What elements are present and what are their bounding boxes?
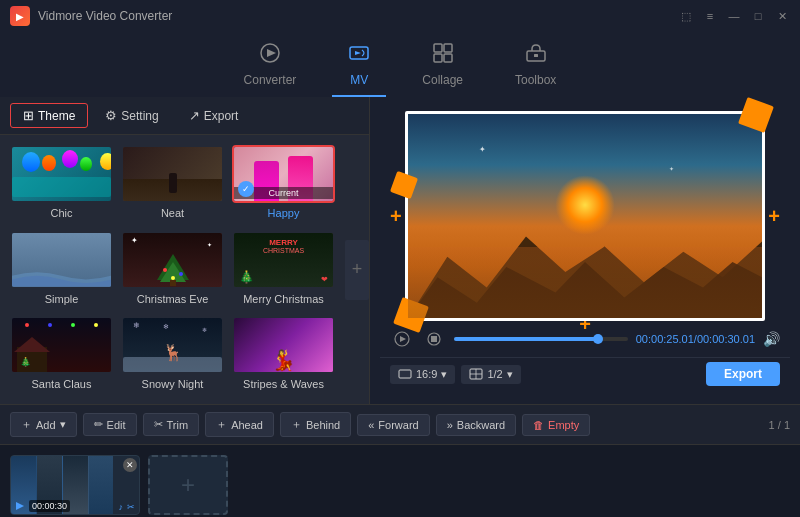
tab-collage-label: Collage — [422, 73, 463, 87]
svg-rect-20 — [431, 336, 437, 342]
theme-santa-claus[interactable]: 🎄 Santa Claus — [10, 316, 113, 394]
tab-collage[interactable]: Collage — [406, 36, 479, 97]
add-button[interactable]: ＋ Add ▾ — [10, 412, 77, 437]
tab-mv[interactable]: MV — [332, 36, 386, 97]
export-icon: ↗ — [189, 108, 200, 123]
sub-tabs: ⊞ Theme ⚙ Setting ↗ Export — [0, 97, 369, 135]
add-icon: ＋ — [21, 417, 32, 432]
selected-check: ✓ — [238, 181, 254, 197]
title-bar: ▶ Vidmore Video Converter ⬚ ≡ — □ ✕ — [0, 0, 800, 32]
add-dropdown-icon: ▾ — [60, 418, 66, 431]
theme-simple[interactable]: Simple — [10, 231, 113, 309]
toolbox-icon — [525, 42, 547, 69]
svg-marker-1 — [267, 49, 276, 57]
main-content: ⊞ Theme ⚙ Setting ↗ Export — [0, 97, 800, 404]
forward-icon: « — [368, 419, 374, 431]
theme-simple-label: Simple — [45, 293, 79, 305]
play-button[interactable] — [390, 327, 414, 351]
clip-close-button[interactable]: ✕ — [123, 458, 137, 472]
theme-chic[interactable]: Chic — [10, 145, 113, 223]
export-button[interactable]: Export — [706, 362, 780, 386]
theme-christmas-eve-label: Christmas Eve — [137, 293, 209, 305]
theme-stripes-waves[interactable]: 💃 Stripes & Waves — [232, 316, 335, 394]
resolution-dropdown-icon: ▾ — [507, 368, 513, 381]
close-button[interactable]: ✕ — [774, 8, 790, 24]
trim-icon: ✂ — [154, 418, 163, 431]
page-indicator: 1 / 1 — [769, 419, 790, 431]
svg-marker-18 — [400, 336, 406, 342]
theme-happy[interactable]: Current ✓ Happy — [232, 145, 335, 223]
minimize-button[interactable]: — — [726, 8, 742, 24]
nav-tabs: Converter MV Collage — [0, 32, 800, 97]
clip-cut-icon: ✂ — [127, 502, 135, 512]
svg-point-12 — [163, 268, 167, 272]
left-panel: ⊞ Theme ⚙ Setting ↗ Export — [0, 97, 370, 404]
sub-tab-setting-label: Setting — [121, 109, 158, 123]
add-clip-button[interactable]: + — [148, 455, 228, 515]
message-icon[interactable]: ⬚ — [678, 8, 694, 24]
sub-tab-theme-label: Theme — [38, 109, 75, 123]
options-left: 16:9 ▾ 1/2 ▾ — [390, 365, 521, 384]
menu-icon[interactable]: ≡ — [702, 8, 718, 24]
time-display: 00:00:25.01/00:00:30.01 — [636, 333, 755, 345]
preview-plus-left[interactable]: + — [390, 205, 402, 228]
behind-button[interactable]: ＋ Behind — [280, 412, 351, 437]
svg-rect-4 — [444, 44, 452, 52]
sub-tab-theme[interactable]: ⊞ Theme — [10, 103, 88, 128]
svg-rect-11 — [170, 280, 176, 286]
theme-neat-label: Neat — [161, 207, 184, 219]
forward-label: Forward — [378, 419, 418, 431]
ahead-button[interactable]: ＋ Ahead — [205, 412, 274, 437]
theme-christmas-eve[interactable]: ✦ ✦ C — [121, 231, 224, 309]
edit-button[interactable]: ✏ Edit — [83, 413, 137, 436]
progress-bar[interactable] — [454, 337, 628, 341]
mv-icon — [348, 42, 370, 69]
svg-rect-8 — [534, 54, 538, 57]
edit-label: Edit — [107, 419, 126, 431]
preview-plus-right[interactable]: + — [768, 205, 780, 228]
sub-tab-export-label: Export — [204, 109, 239, 123]
maximize-button[interactable]: □ — [750, 8, 766, 24]
progress-thumb — [593, 334, 603, 344]
forward-button[interactable]: « Forward — [357, 414, 429, 436]
collage-icon — [432, 42, 454, 69]
preview-area: + + + + ✦ ✦ ◻ — [405, 111, 765, 321]
title-bar-controls: ⬚ ≡ — □ ✕ — [678, 8, 790, 24]
theme-santa-claus-label: Santa Claus — [32, 378, 92, 390]
app-icon: ▶ — [10, 6, 30, 26]
theme-neat[interactable]: Neat — [121, 145, 224, 223]
tab-converter-label: Converter — [244, 73, 297, 87]
title-bar-left: ▶ Vidmore Video Converter — [10, 6, 172, 26]
resolution-selector[interactable]: 1/2 ▾ — [461, 365, 520, 384]
add-clip-icon: + — [181, 471, 195, 499]
sub-tab-export[interactable]: ↗ Export — [176, 103, 252, 128]
converter-icon — [259, 42, 281, 69]
action-bar: ＋ Add ▾ ✏ Edit ✂ Trim ＋ Ahead ＋ Behind «… — [0, 404, 800, 444]
clip-audio-icon: ♪ — [119, 502, 124, 512]
preview-video: ✦ ✦ ◻ — [405, 111, 765, 321]
theme-snowy-night[interactable]: ❄ ❄ ❄ 🦌 Snowy Night — [121, 316, 224, 394]
options-bar: 16:9 ▾ 1/2 ▾ Export — [380, 357, 790, 390]
right-panel: + + + + ✦ ✦ ◻ — [370, 97, 800, 404]
theme-grid: Chic Neat — [0, 135, 345, 404]
theme-happy-label: Happy — [268, 207, 300, 219]
svg-point-14 — [171, 276, 175, 280]
add-more-button[interactable]: + — [345, 240, 369, 300]
tab-toolbox-label: Toolbox — [515, 73, 556, 87]
aspect-ratio-selector[interactable]: 16:9 ▾ — [390, 365, 455, 384]
tab-converter[interactable]: Converter — [228, 36, 313, 97]
svg-point-13 — [179, 272, 183, 276]
stop-button[interactable] — [422, 327, 446, 351]
trim-button[interactable]: ✂ Trim — [143, 413, 200, 436]
resolution-value: 1/2 — [487, 368, 502, 380]
tab-toolbox[interactable]: Toolbox — [499, 36, 572, 97]
empty-button[interactable]: 🗑 Empty — [522, 414, 590, 436]
edit-icon: ✏ — [94, 418, 103, 431]
timeline-clip[interactable]: 00:00:30 ♪ ✂ ✕ — [10, 455, 140, 515]
aspect-ratio-value: 16:9 — [416, 368, 437, 380]
sub-tab-setting[interactable]: ⚙ Setting — [92, 103, 171, 128]
theme-merry-christmas[interactable]: MERRY CHRISTMAS 🎄 ❤ Merry Christmas — [232, 231, 335, 309]
volume-icon[interactable]: 🔊 — [763, 331, 780, 347]
backward-button[interactable]: » Backward — [436, 414, 516, 436]
timeline: 00:00:30 ♪ ✂ ✕ + — [0, 444, 800, 517]
